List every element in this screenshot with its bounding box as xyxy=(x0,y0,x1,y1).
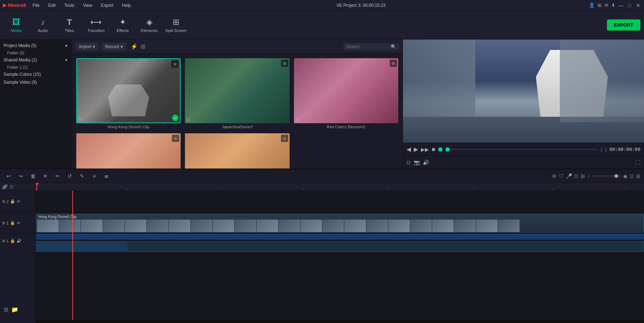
grid-overlay-icon-3: ⊞ xyxy=(390,60,397,67)
bracket-end-icon[interactable]: } xyxy=(605,147,607,152)
sidebar-folder-1[interactable]: Folder 1 (1) xyxy=(0,64,72,70)
timeline-settings-icon[interactable]: ⚙ xyxy=(552,173,557,179)
minimize-button[interactable]: — xyxy=(618,3,624,8)
zoom-out-icon[interactable]: ○ xyxy=(587,173,590,179)
menu-tools[interactable]: Tools xyxy=(62,2,77,9)
zoom-slider[interactable] xyxy=(592,175,621,177)
grid-view-icon[interactable]: ⊞ xyxy=(141,43,145,50)
toolbar-elements[interactable]: ◈ Elements xyxy=(137,13,162,38)
audio-grid-icon: ⊞ xyxy=(2,239,5,243)
zoom-in-icon[interactable]: ◉ xyxy=(623,173,627,179)
filter-icon[interactable]: ⚡ xyxy=(131,43,138,50)
menu-view[interactable]: View xyxy=(81,2,95,9)
undo-button[interactable]: ↩ xyxy=(4,171,14,181)
toolbar-titles[interactable]: T Titles xyxy=(57,13,82,38)
crop-button[interactable]: ✂ xyxy=(53,171,63,181)
media-thumb-hk: ⊞ ✓ ⊡ xyxy=(76,58,181,123)
fit-icon[interactable]: ⊡ xyxy=(630,173,634,179)
media-grid: ⊞ ✓ ⊡ Hong Kong Drone5 Clip ⊞ ⊡ JapanSea… xyxy=(72,54,403,169)
rewind-button[interactable]: ◀ xyxy=(407,146,411,153)
track1-eye-icon[interactable]: 👁 xyxy=(17,221,21,225)
timeline-scrollbar[interactable] xyxy=(36,320,644,323)
sidebar-sample-colors[interactable]: Sample Colors (15) xyxy=(0,70,72,78)
preview-panel: ◀ ▶ ▶▶ ■ { } 00:00:00:00 ⊡ 📷 🔊 ⛶ xyxy=(403,40,644,169)
track1-lock-icon[interactable]: 🔒 xyxy=(10,221,15,225)
account-icon[interactable]: 👤 xyxy=(589,3,595,8)
fullscreen-icon[interactable]: ⊡ xyxy=(407,160,411,165)
clip-icon[interactable]: ⊞ xyxy=(581,173,585,179)
edit-button[interactable]: ✎ xyxy=(77,171,87,181)
menu-export[interactable]: Export xyxy=(99,2,115,9)
ruler-tick-2 xyxy=(218,188,219,190)
audio1-volume-icon[interactable]: 🔊 xyxy=(17,239,22,243)
magnet-icon[interactable]: ⊡ xyxy=(10,184,13,189)
sidebar-folder-5[interactable]: Folder (5) xyxy=(0,50,72,56)
play-fast-button[interactable]: ▶▶ xyxy=(421,147,429,152)
store-icon[interactable]: ⊞ xyxy=(598,3,602,8)
clip-frame xyxy=(278,220,300,232)
close-button[interactable]: ✕ xyxy=(635,3,641,8)
more-button[interactable]: ≣ xyxy=(101,171,112,181)
expand-icon[interactable]: ⛶ xyxy=(635,160,640,165)
menu-edit[interactable]: Edit xyxy=(46,2,58,9)
toolbar-media[interactable]: 🖼 Media xyxy=(4,13,29,38)
captions-icon[interactable]: ⊡ xyxy=(574,173,579,179)
mic-icon[interactable]: 🎤 xyxy=(566,173,572,179)
clip-info-icon-3: ⊡ xyxy=(295,117,299,122)
media-item-japan[interactable]: ⊞ ⊡ JapanSeaDrone3 xyxy=(185,58,289,129)
export-button[interactable]: EXPORT xyxy=(607,19,640,31)
record-button[interactable]: Record ▾ xyxy=(101,43,126,51)
download-icon[interactable]: ⬇ xyxy=(611,3,615,8)
media-item-cherry1[interactable]: ⊞ ⊡ Red Cherry Blossom2 xyxy=(294,58,398,129)
grid-icon[interactable]: ⊞ xyxy=(636,173,640,179)
import-button[interactable]: Import ▾ xyxy=(76,43,99,51)
audio1-lock-icon[interactable]: 🔒 xyxy=(10,239,15,243)
redo-button[interactable]: ↪ xyxy=(16,171,26,181)
toolbar-splitscreen[interactable]: ⊞ Split Screen xyxy=(163,13,189,38)
progress-indicator[interactable] xyxy=(445,147,450,152)
search-box: 🔍 xyxy=(343,43,399,50)
link-icon[interactable]: 🔗 xyxy=(2,184,8,189)
maximize-button[interactable]: □ xyxy=(627,3,632,8)
title-bar-left: ▶ filmora9 File Edit Tools View Export H… xyxy=(3,2,133,9)
transition-icon: ⟷ xyxy=(90,18,102,27)
track2-lock-icon[interactable]: 🔒 xyxy=(10,199,15,204)
media-item-hk[interactable]: ⊞ ✓ ⊡ Hong Kong Drone5 Clip xyxy=(76,58,181,129)
menu-file[interactable]: File xyxy=(31,2,42,9)
remove-button[interactable]: ✕ xyxy=(40,171,50,181)
toolbar-transition[interactable]: ⟷ Transition xyxy=(83,13,109,38)
clip-block-hk[interactable]: Hong Kong Drone5 Clip xyxy=(36,214,644,232)
mail-icon[interactable]: ✉ xyxy=(604,3,608,8)
preview-bottom: ⊡ 📷 🔊 ⛶ xyxy=(403,156,644,169)
clip-frame xyxy=(103,220,124,232)
screenshot-icon[interactable]: 📷 xyxy=(414,160,420,165)
delete-button[interactable]: 🗑 xyxy=(28,171,38,181)
project-title: VE Project 3: 00:00:15:23 xyxy=(336,3,386,8)
clip-frame xyxy=(257,220,278,232)
sidebar-sample-video[interactable]: Sample Video (9) xyxy=(0,78,72,86)
sidebar-shared-media[interactable]: Shared Media (1) ▼ xyxy=(0,56,72,64)
search-input[interactable] xyxy=(346,44,389,49)
shield-icon[interactable]: 🛡 xyxy=(559,173,564,179)
zoom-handle[interactable] xyxy=(614,174,618,178)
rotate-button[interactable]: ↺ xyxy=(65,171,75,181)
audio-clip-block[interactable] xyxy=(36,241,644,252)
record-dot[interactable] xyxy=(438,147,443,152)
media-item-cherry3[interactable]: ⊞ ⊡ Red Cherry Blossom3 xyxy=(76,133,181,169)
preview-controls: ◀ ▶ ▶▶ ■ { } 00:00:00:00 xyxy=(403,143,644,156)
progress-bar[interactable] xyxy=(445,149,598,150)
menu-help[interactable]: Help xyxy=(120,2,133,9)
sidebar-project-media[interactable]: Project Media (5) ▼ xyxy=(0,42,72,50)
volume-icon[interactable]: 🔊 xyxy=(423,160,429,165)
timeline-main: 🔗 ⊡ ⊞ 2 🔒 👁 ⊞ 1 🔒 👁 ⊞ 1 � xyxy=(0,183,644,323)
bracket-start-icon[interactable]: { xyxy=(601,147,602,152)
align-button[interactable]: ≡ xyxy=(89,171,99,181)
clip-frame xyxy=(37,220,59,232)
stop-button[interactable]: ■ xyxy=(432,146,435,153)
chevron-down-icon: ▼ xyxy=(64,44,68,48)
media-item-cherry4[interactable]: ⊞ ⊡ Red Cherry Blossom4 xyxy=(185,133,289,169)
toolbar-effects[interactable]: ✦ Effects xyxy=(110,13,135,38)
toolbar-audio[interactable]: ♪ Audio xyxy=(30,13,55,38)
track2-eye-icon[interactable]: 👁 xyxy=(17,199,21,204)
play-button[interactable]: ▶ xyxy=(414,146,418,153)
